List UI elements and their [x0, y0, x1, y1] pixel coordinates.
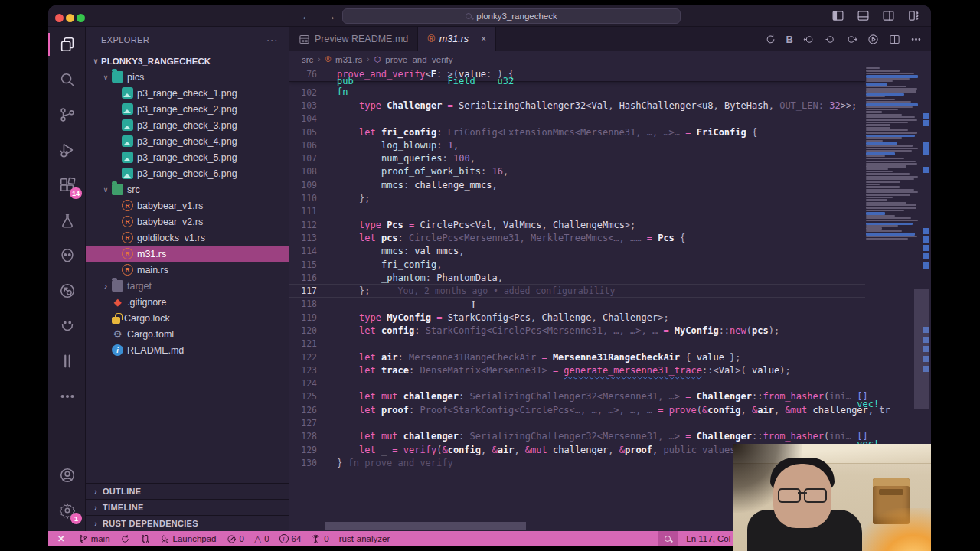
activity-settings-icon[interactable]: 1: [48, 493, 86, 528]
activity-remote-explorer-icon[interactable]: [48, 273, 86, 308]
tree-item-p3-range-check-1-png[interactable]: p3_range_check_1.png: [86, 85, 289, 101]
code-line-106[interactable]: 106log_blowup: 1,: [289, 139, 865, 152]
layout-custom-icon[interactable]: [907, 9, 920, 22]
run-icon[interactable]: [867, 34, 879, 45]
maximize-traffic-light[interactable]: [77, 14, 85, 22]
command-center-search[interactable]: plonky3_rangecheck: [342, 8, 681, 24]
code-line-116[interactable]: 116_phantom: PhantomData,: [289, 271, 865, 284]
activity-feedback-icon[interactable]: [48, 308, 86, 344]
tree-item-cargo-lock[interactable]: Cargo.lock: [86, 310, 289, 326]
sticky-scroll-line[interactable]: 76pub fn prove_and_verify<F: Field>(valu…: [289, 67, 865, 82]
tree-item-m31-rs[interactable]: Rm31.rs: [86, 246, 289, 262]
activity-search-icon[interactable]: [48, 62, 86, 97]
breadcrumb-item[interactable]: src: [302, 55, 313, 64]
status-sync[interactable]: [120, 534, 130, 544]
code-line-127[interactable]: 127: [289, 416, 865, 429]
code-line-125[interactable]: 125let mut challenger: SerializingChalle…: [289, 390, 865, 403]
status-pr[interactable]: [140, 534, 150, 544]
more-actions-icon[interactable]: [910, 34, 922, 45]
close-traffic-light[interactable]: [55, 14, 64, 22]
status-rust-analyzer[interactable]: rust-analyzer: [339, 534, 390, 543]
code-line-123[interactable]: 123let trace: DenseMatrix<Mersenne31> = …: [289, 364, 865, 377]
tree-item-main-rs[interactable]: Rmain.rs: [86, 262, 289, 278]
activity-run-debug-icon[interactable]: [48, 132, 86, 168]
status-branch[interactable]: main: [78, 534, 110, 544]
activity-testing-icon[interactable]: [48, 203, 86, 238]
code-line-110[interactable]: 110};: [289, 191, 865, 204]
activity-extension-alien-icon[interactable]: [48, 238, 86, 273]
tree-item-goldilocks-v1-rs[interactable]: Rgoldilocks_v1.rs: [86, 230, 289, 246]
tree-item-readme-md[interactable]: iREADME.md: [86, 342, 289, 358]
sync-icon[interactable]: [765, 34, 776, 45]
tree-item-p3-range-check-4-png[interactable]: p3_range_check_4.png: [86, 133, 289, 149]
tab-m31-rs[interactable]: ®m31.rs×: [418, 27, 496, 51]
activity-accounts-icon[interactable]: [48, 458, 86, 493]
tree-item-cargo-toml[interactable]: ⚙Cargo.toml: [86, 326, 289, 342]
code-line-117[interactable]: 117};You, 2 months ago • added configura…: [289, 284, 865, 297]
code-line-126[interactable]: 126let proof: Proof<StarkConfig<CirclePc…: [289, 403, 865, 416]
code-line-104[interactable]: 104: [289, 112, 865, 126]
code-line-128[interactable]: 128let mut challenger: SerializingChalle…: [289, 430, 865, 443]
code-line-105[interactable]: 105let fri_config: FriConfig<ExtensionMm…: [289, 126, 865, 139]
status-ln-117-col-7[interactable]: Ln 117, Col 7: [686, 534, 738, 543]
breadcrumb-item[interactable]: prove_and_verify: [385, 55, 452, 64]
status-error[interactable]: 0: [227, 534, 244, 544]
code-line-115[interactable]: 115fri_config,: [289, 258, 865, 271]
vertical-scrollbar[interactable]: [914, 289, 929, 409]
code-line-107[interactable]: 107num_queries: 100,: [289, 152, 865, 165]
status-info[interactable]: i64: [279, 534, 302, 543]
code-line-108[interactable]: 108proof_of_work_bits: 16,: [289, 165, 865, 178]
code-line-118[interactable]: 118: [289, 298, 865, 311]
status-remote[interactable]: ✕: [54, 533, 68, 544]
tree-root[interactable]: ∨ PLONKY3_RANGECHECK: [86, 53, 289, 69]
code-line-122[interactable]: 122let air: Mersenne31RangeCheckAir = Me…: [289, 350, 865, 364]
tree-item-src[interactable]: ∨src: [86, 181, 289, 197]
sidebar-section-rust-dependencies[interactable]: ›RUST DEPENDENCIES: [86, 515, 289, 531]
tree-item-p3-range-check-5-png[interactable]: p3_range_check_5.png: [86, 149, 289, 165]
layout-sidebar-left-icon[interactable]: [831, 9, 844, 22]
breadcrumb-item[interactable]: m31.rs: [335, 55, 362, 64]
tree-item-babybear-v2-rs[interactable]: Rbabybear_v2.rs: [86, 214, 289, 230]
code-line-111[interactable]: 111: [289, 205, 865, 218]
code-line-114[interactable]: 114mmcs: val_mmcs,: [289, 245, 865, 258]
code-line-103[interactable]: 103type Challenger = SerializingChalleng…: [289, 99, 865, 112]
activity-source-control-icon[interactable]: [48, 97, 86, 132]
code-line-121[interactable]: 121: [289, 337, 865, 350]
tab-preview-readme-md[interactable]: Preview README.md: [289, 27, 418, 51]
code-line-102[interactable]: 102: [289, 86, 865, 99]
status-tower[interactable]: 0: [311, 534, 328, 544]
layout-sidebar-right-icon[interactable]: [882, 9, 895, 22]
tree-item-babybear-v1-rs[interactable]: Rbabybear_v1.rs: [86, 197, 289, 214]
tree-item-p3-range-check-6-png[interactable]: p3_range_check_6.png: [86, 165, 289, 181]
layout-panel-icon[interactable]: [857, 9, 870, 22]
code-line-124[interactable]: 124: [289, 377, 865, 390]
sidebar-more-icon[interactable]: ···: [266, 34, 278, 46]
status-magbox[interactable]: [658, 531, 676, 546]
status-rocket[interactable]: Launchpad: [160, 534, 217, 544]
code-line-112[interactable]: 112type Pcs = CirclePcs<Val, ValMmcs, Ch…: [289, 218, 865, 231]
activity-extensions-icon[interactable]: 14: [48, 168, 86, 203]
step-forward-icon[interactable]: [846, 34, 858, 45]
breakpoint-icon[interactable]: [825, 34, 836, 45]
activity-explorer-icon[interactable]: [48, 27, 86, 62]
format-bold-icon[interactable]: B: [786, 34, 793, 45]
code-line-119[interactable]: 119type MyConfig = StarkConfig<Pcs, Chal…: [289, 311, 865, 324]
history-forward-button[interactable]: →: [325, 9, 336, 22]
activity-more-icon[interactable]: [48, 379, 86, 414]
minimize-traffic-light[interactable]: [66, 14, 74, 22]
split-editor-icon[interactable]: [889, 34, 900, 45]
status-warning[interactable]: △0: [254, 533, 270, 544]
tree-item-p3-range-check-2-png[interactable]: p3_range_check_2.png: [86, 101, 289, 117]
history-back-button[interactable]: ←: [301, 9, 312, 22]
close-icon[interactable]: ×: [481, 34, 486, 44]
activity-pause-icon[interactable]: [48, 344, 86, 379]
tree-item-p3-range-check-3-png[interactable]: p3_range_check_3.png: [86, 117, 289, 133]
tree-item--gitignore[interactable]: ◆.gitignore: [86, 294, 289, 310]
horizontal-scrollbar[interactable]: [325, 522, 526, 530]
sidebar-section-timeline[interactable]: ›TIMELINE: [86, 499, 289, 515]
code-line-109[interactable]: 109mmcs: challenge_mmcs,: [289, 178, 865, 191]
sidebar-section-outline[interactable]: ›OUTLINE: [86, 483, 289, 499]
tree-item-pics[interactable]: ∨pics: [86, 69, 289, 85]
step-back-icon[interactable]: [803, 34, 815, 45]
code-line-120[interactable]: 120let config: StarkConfig<CirclePcs<Mer…: [289, 324, 865, 337]
